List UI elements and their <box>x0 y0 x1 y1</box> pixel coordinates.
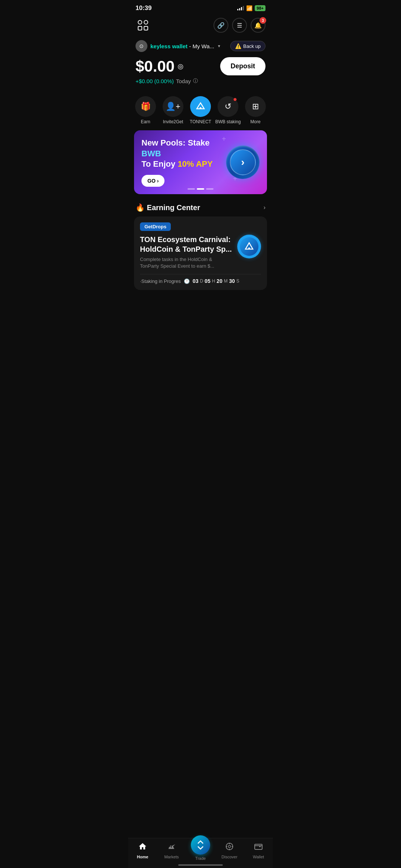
banner-highlight-apy: 10% APY <box>177 159 213 169</box>
status-icons: 📶 98+ <box>237 5 265 11</box>
notification-badge: 3 <box>260 17 266 24</box>
coin-arrow-icon: › <box>241 156 244 168</box>
header-nav: 🔗 ☰ 🔔 3 <box>128 15 273 37</box>
hide-balance-icon[interactable]: ◎ <box>177 62 183 71</box>
timer-hours-label: H <box>212 278 215 284</box>
staking-icon: ↺ <box>225 102 231 111</box>
chevron-down-icon: ▾ <box>218 43 220 49</box>
action-tonnect[interactable]: TONNECT <box>188 96 213 124</box>
staking-row: ·Staking in Progres 🕐 03 D 05 H 20 M 30 … <box>140 274 261 284</box>
tonnect-label: TONNECT <box>190 119 211 124</box>
balance-row: $0.00 ◎ Deposit <box>136 57 265 75</box>
deco-plus-1: + <box>222 135 226 143</box>
banner-dot-1 <box>188 188 195 190</box>
go-button[interactable]: GO › <box>141 175 164 187</box>
warning-icon: ⚠️ <box>235 43 241 49</box>
tonnect-icon <box>195 101 206 112</box>
tonnect-card-icon <box>244 241 255 252</box>
invite2get-icon-wrap: 👤+ <box>163 96 183 117</box>
card-icon-inner <box>240 237 258 256</box>
card-title: TON Ecosystem Carnival:HoldCoin & TonPar… <box>140 235 232 254</box>
status-time: 10:39 <box>136 4 151 12</box>
signal-bars-icon <box>237 6 244 10</box>
status-bar: 10:39 📶 98+ <box>128 0 273 15</box>
coin-inner: › <box>230 149 256 175</box>
action-bwb-staking[interactable]: ↺ BWB staking <box>215 96 241 124</box>
action-invite2get[interactable]: 👤+ Invite2Get <box>160 96 186 124</box>
deposit-button[interactable]: Deposit <box>220 57 265 75</box>
grid-icon: ⊞ <box>252 102 259 111</box>
timer-minutes: 20 <box>216 278 222 284</box>
timer-days: 03 <box>193 278 199 284</box>
banner-dot-3 <box>206 188 213 190</box>
wallet-label-row: ⊙ keyless wallet - My Wa... ▾ ⚠️ Back up <box>136 40 265 52</box>
svg-point-1 <box>200 107 202 109</box>
earning-center-title: 🔥 Earning Center <box>136 203 200 212</box>
bwb-staking-label: BWB staking <box>215 119 241 124</box>
notification-button[interactable]: 🔔 3 <box>251 18 265 33</box>
card-text: TON Ecosystem Carnival:HoldCoin & TonPar… <box>140 235 232 270</box>
wallet-label[interactable]: ⊙ keyless wallet - My Wa... ▾ <box>136 40 220 52</box>
section-header-earning: 🔥 Earning Center › <box>128 200 273 216</box>
timer-seconds-label: S <box>237 278 239 284</box>
card-content: TON Ecosystem Carnival:HoldCoin & TonPar… <box>140 235 261 270</box>
balance-amount: $0.00 ◎ <box>136 58 183 75</box>
info-icon: ⓘ <box>193 78 198 84</box>
more-label: More <box>250 119 260 124</box>
banner-title: New Pools: Stake BWB To Enjoy 10% APY <box>141 138 226 170</box>
wallet-name: keyless wallet - My Wa... <box>150 43 214 49</box>
backup-button[interactable]: ⚠️ Back up <box>230 41 265 51</box>
action-bar: 🎁 Earn 👤+ Invite2Get TONNECT ↺ BWB staki… <box>128 90 273 127</box>
banner-section: + + New Pools: Stake BWB To Enjoy 10% AP… <box>128 127 273 200</box>
banner-dot-2 <box>197 188 204 190</box>
logo-icon <box>136 18 150 33</box>
link-button[interactable]: 🔗 <box>213 18 228 33</box>
timer-hours: 05 <box>205 278 211 284</box>
menu-button[interactable]: ☰ <box>232 18 247 33</box>
timer-seconds: 30 <box>229 278 235 284</box>
action-earn[interactable]: 🎁 Earn <box>133 96 159 124</box>
card-description: Complete tasks in the HoldCoin &TonParty… <box>140 256 232 270</box>
banner-highlight-bwb: BWB <box>141 149 161 158</box>
staking-timer: 03 D 05 H 20 M 30 S <box>193 278 239 284</box>
earning-center-chevron-icon[interactable]: › <box>264 204 265 211</box>
earning-card[interactable]: GetDrops TON Ecosystem Carnival:HoldCoin… <box>134 216 267 290</box>
banner-coin: › <box>226 146 260 179</box>
timer-days-label: D <box>200 278 203 284</box>
red-dot-indicator <box>233 98 237 101</box>
banner-card[interactable]: + + New Pools: Stake BWB To Enjoy 10% AP… <box>134 130 267 194</box>
earn-label: Earn <box>141 119 150 124</box>
battery-indicator: 98+ <box>255 5 265 11</box>
svg-point-3 <box>248 247 250 249</box>
wallet-section: ⊙ keyless wallet - My Wa... ▾ ⚠️ Back up… <box>128 37 273 90</box>
tonnect-icon-wrap <box>190 96 211 117</box>
card-icon-circle <box>237 235 261 258</box>
earn-icon-wrap: 🎁 <box>135 96 156 117</box>
clock-icon: 🕐 <box>184 278 190 284</box>
balance-change: +$0.00 (0.00%) Today ⓘ <box>136 78 265 84</box>
banner-content: New Pools: Stake BWB To Enjoy 10% APY GO… <box>141 138 226 187</box>
wifi-icon: 📶 <box>246 5 252 11</box>
gift-icon: 🎁 <box>141 102 151 111</box>
action-more[interactable]: ⊞ More <box>242 96 268 124</box>
more-icon-wrap: ⊞ <box>245 96 266 117</box>
invite2get-label: Invite2Get <box>163 119 183 124</box>
header-right: 🔗 ☰ 🔔 3 <box>213 18 265 33</box>
card-badge: GetDrops <box>140 222 171 231</box>
timer-minutes-label: M <box>224 278 228 284</box>
banner-dots <box>188 188 213 190</box>
staking-progress-label: ·Staking in Progres <box>140 278 181 284</box>
wallet-avatar: ⊙ <box>136 40 147 52</box>
bwb-staking-icon-wrap: ↺ <box>218 96 238 117</box>
coin-circle: › <box>226 146 260 179</box>
person-add-icon: 👤+ <box>166 102 180 111</box>
